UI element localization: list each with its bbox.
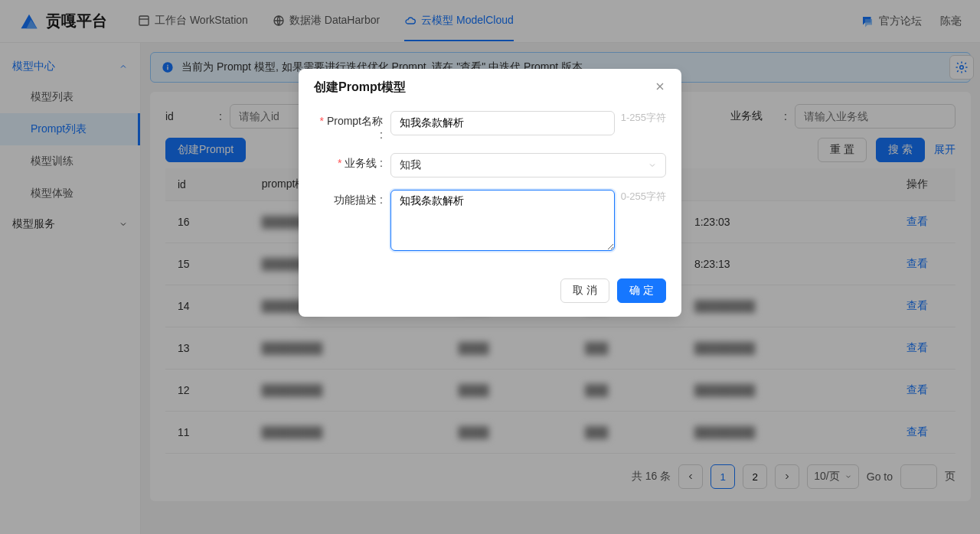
biz-select-value: 知我 xyxy=(400,158,421,172)
modal-title: 创建Prompt模型 xyxy=(314,80,406,96)
form-label-biz: 业务线 : xyxy=(314,153,390,171)
biz-select[interactable]: 知我 xyxy=(390,153,666,177)
create-prompt-modal: 创建Prompt模型 Prompt名称 : 1-255字符 业务线 : 知我 xyxy=(299,69,681,317)
form-row-biz: 业务线 : 知我 xyxy=(314,153,666,177)
modal-header: 创建Prompt模型 xyxy=(299,69,681,106)
name-hint: 1-255字符 xyxy=(621,111,666,125)
desc-hint: 0-255字符 xyxy=(621,190,666,204)
close-icon xyxy=(654,80,666,93)
modal-body: Prompt名称 : 1-255字符 业务线 : 知我 功能描述 : xyxy=(299,106,681,271)
form-row-desc: 功能描述 : 0-255字符 xyxy=(314,190,666,251)
form-label-name: Prompt名称 : xyxy=(314,111,390,141)
modal-close-button[interactable] xyxy=(654,80,666,95)
prompt-name-input[interactable] xyxy=(390,111,615,135)
desc-textarea[interactable] xyxy=(390,190,615,251)
modal-mask[interactable]: 创建Prompt模型 Prompt名称 : 1-255字符 业务线 : 知我 xyxy=(0,0,980,534)
form-label-desc: 功能描述 : xyxy=(314,190,390,207)
chevron-down-icon xyxy=(648,161,657,170)
ok-button[interactable]: 确 定 xyxy=(617,278,666,303)
cancel-button[interactable]: 取 消 xyxy=(560,278,609,303)
modal-footer: 取 消 确 定 xyxy=(299,271,681,317)
form-row-name: Prompt名称 : 1-255字符 xyxy=(314,111,666,141)
